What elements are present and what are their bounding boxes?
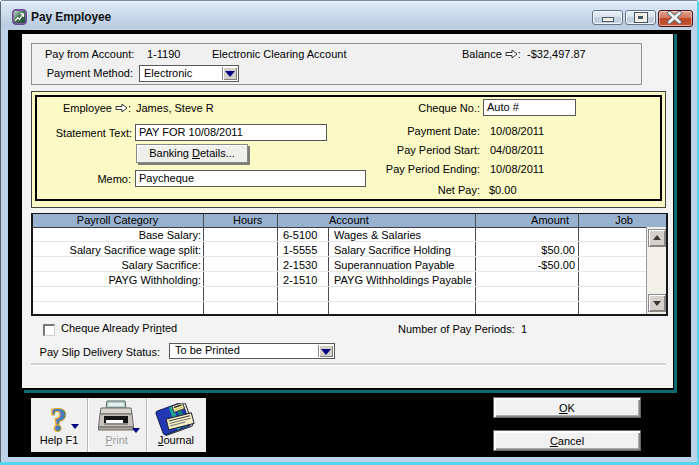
svg-text:?: ? [51,402,68,437]
